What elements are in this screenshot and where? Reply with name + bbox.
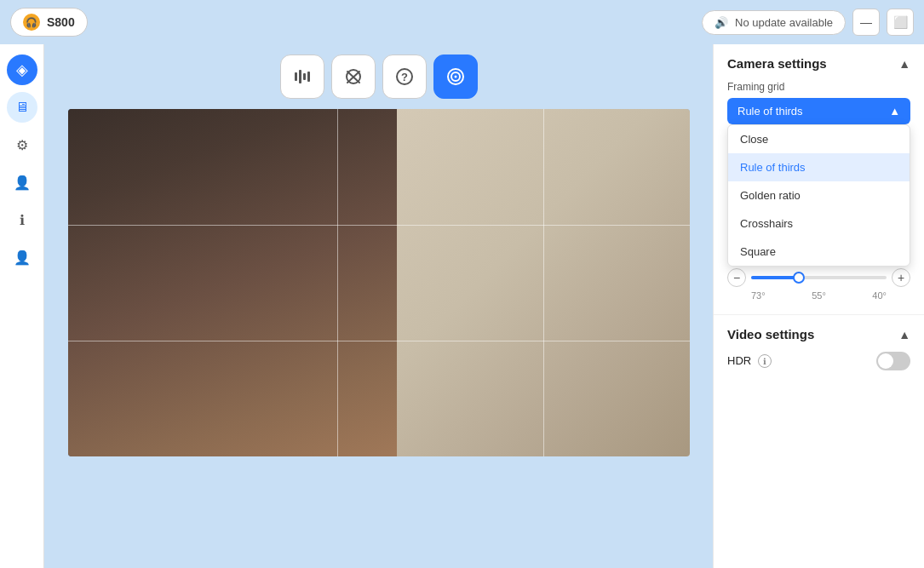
main-content: ◈ 🖥 ⚙ 👤 ℹ 👤 [0, 44, 924, 568]
update-label: No update available [735, 16, 833, 29]
framing-grid-trigger[interactable]: Rule of thirds ▲ [727, 98, 910, 124]
help-button[interactable]: ? [382, 55, 427, 99]
audio-button[interactable] [280, 55, 324, 99]
video-settings-section: Video settings ▲ HDR ℹ [714, 315, 924, 391]
svg-rect-2 [303, 73, 306, 80]
video-settings-title: Video settings [727, 327, 814, 341]
camera-settings-section: Camera settings ▲ Framing grid Rule of t… [714, 44, 924, 314]
update-badge: 🔊 No update available [702, 10, 846, 35]
camera-settings-title: Camera settings [727, 56, 827, 71]
option-golden-ratio[interactable]: Golden ratio [728, 181, 910, 209]
zoom-increase-btn[interactable]: + [892, 268, 910, 287]
camera-area: ? [44, 44, 713, 568]
top-bar: 🎧 S800 🔊 No update available — ⬜ [0, 0, 924, 44]
option-square[interactable]: Square [728, 238, 910, 266]
speaker-icon: 🔊 [715, 16, 728, 29]
minimize-button[interactable]: — [852, 9, 880, 36]
hdr-row: HDR ℹ [727, 352, 910, 370]
framing-grid-menu: Close Rule of thirds Golden ratio Crossh… [727, 124, 910, 267]
svg-point-11 [454, 76, 456, 78]
room-area [397, 109, 689, 456]
hdr-info-icon[interactable]: ℹ [758, 354, 772, 368]
device-badge[interactable]: 🎧 S800 [10, 8, 88, 37]
video-settings-header: Video settings ▲ [727, 327, 910, 341]
settings-button[interactable] [331, 55, 376, 99]
zoom-label-40: 40° [872, 290, 887, 301]
maximize-button[interactable]: ⬜ [887, 9, 914, 36]
hdr-label: HDR ℹ [727, 354, 772, 369]
camera-view-button[interactable] [433, 55, 478, 99]
framing-grid-selected: Rule of thirds [737, 105, 803, 118]
toolbar: ? [280, 55, 478, 99]
zoom-slider-thumb[interactable] [793, 272, 805, 284]
zoom-label-55: 55° [812, 290, 826, 301]
zoom-slider-track[interactable] [751, 276, 887, 279]
option-crosshairs[interactable]: Crosshairs [728, 209, 910, 238]
svg-rect-3 [307, 72, 310, 82]
zoom-labels: 73° 55° 40° [751, 290, 887, 301]
zoom-slider-row: − + [727, 268, 910, 287]
right-panel: Camera settings ▲ Framing grid Rule of t… [713, 44, 924, 568]
device-icon: 🎧 [23, 14, 40, 31]
sidebar: ◈ 🖥 ⚙ 👤 ℹ 👤 [0, 44, 44, 568]
zoom-label-73: 73° [751, 290, 766, 301]
zoom-slider-fill [751, 276, 799, 279]
device-label: S800 [47, 15, 75, 29]
sidebar-item-account[interactable]: 👤 [7, 242, 37, 273]
collapse-video-settings[interactable]: ▲ [898, 328, 910, 341]
sidebar-item-monitor[interactable]: 🖥 [7, 92, 37, 123]
top-right-controls: 🔊 No update available — ⬜ [702, 9, 914, 36]
svg-text:?: ? [401, 71, 408, 83]
face-area [68, 109, 398, 456]
zoom-decrease-btn[interactable]: − [727, 268, 746, 287]
camera-feed [68, 109, 690, 456]
sidebar-item-settings[interactable]: ⚙ [7, 129, 37, 160]
camera-background [68, 109, 690, 456]
option-close[interactable]: Close [728, 125, 910, 153]
collapse-camera-settings[interactable]: ▲ [898, 57, 910, 71]
framing-grid-label: Framing grid [727, 81, 910, 93]
framing-grid-dropdown[interactable]: Rule of thirds ▲ Close Rule of thirds Go… [727, 98, 910, 124]
sidebar-item-brand[interactable]: ◈ [7, 55, 37, 85]
chevron-up-icon: ▲ [889, 105, 900, 118]
sidebar-item-user[interactable]: 👤 [7, 167, 37, 198]
svg-rect-0 [295, 72, 297, 81]
option-rule-of-thirds[interactable]: Rule of thirds [728, 153, 910, 181]
hdr-toggle[interactable] [876, 352, 910, 370]
camera-settings-header: Camera settings ▲ [727, 56, 910, 71]
svg-rect-1 [299, 70, 301, 83]
sidebar-item-info[interactable]: ℹ [7, 204, 37, 235]
hdr-toggle-knob [878, 353, 893, 369]
